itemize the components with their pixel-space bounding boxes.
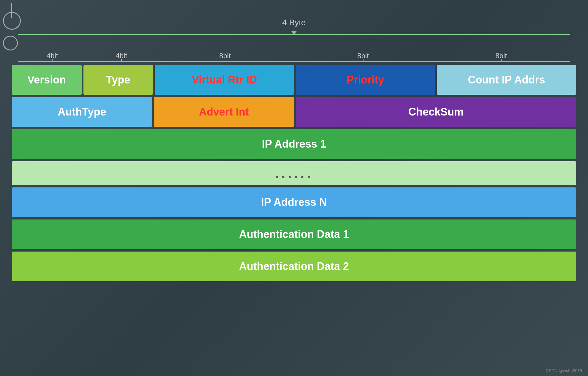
bit-tick-1 bbox=[121, 59, 122, 61]
field-cell-1-2: CheckSum bbox=[296, 97, 576, 127]
field-cell-1-1: Advert Int bbox=[154, 97, 294, 127]
field-row-1: AuthTypeAdvert IntCheckSum bbox=[12, 97, 576, 127]
field-row-6: Authentication Data 2 bbox=[12, 252, 576, 281]
bit-tick-4 bbox=[501, 59, 502, 61]
bit-label-0: 4bit bbox=[18, 43, 87, 61]
bit-label-2: 8bit bbox=[156, 43, 294, 61]
bit-tick-3 bbox=[363, 59, 363, 61]
bit-tick-2 bbox=[225, 59, 225, 61]
field-row-2: IP Address 1 bbox=[12, 129, 576, 159]
field-cell-3-0: ...... bbox=[12, 161, 576, 185]
bit-label-4: 8bit bbox=[432, 43, 570, 61]
bit-tick-0 bbox=[52, 59, 53, 61]
field-cell-0-4: Count IP Addrs bbox=[437, 65, 576, 95]
field-cell-5-0: Authentication Data 1 bbox=[12, 219, 576, 249]
brace-svg bbox=[18, 29, 570, 43]
rows-container: VersionTypeVirtual Rtr IDPriorityCount I… bbox=[12, 65, 576, 281]
field-row-5: Authentication Data 1 bbox=[12, 219, 576, 249]
field-cell-0-0: Version bbox=[12, 65, 82, 95]
main-container: 4 Byte 4bit4bit8bit8bit8bit VersionTypeV… bbox=[12, 18, 576, 364]
field-row-0: VersionTypeVirtual Rtr IDPriorityCount I… bbox=[12, 65, 576, 95]
green-divider bbox=[18, 61, 570, 62]
bit-label-3: 8bit bbox=[294, 43, 432, 61]
field-cell-4-0: IP Address N bbox=[12, 187, 576, 217]
four-byte-header: 4 Byte bbox=[12, 18, 576, 43]
field-cell-6-0: Authentication Data 2 bbox=[12, 252, 576, 281]
field-cell-0-2: Virtual Rtr ID bbox=[155, 65, 294, 95]
field-cell-1-0: AuthType bbox=[12, 97, 152, 127]
four-byte-label: 4 Byte bbox=[282, 18, 306, 27]
field-cell-0-3: Priority bbox=[296, 65, 435, 95]
watermark: CSDN @wuba2015 bbox=[546, 368, 582, 373]
field-row-3: ...... bbox=[12, 161, 576, 185]
field-cell-0-1: Type bbox=[83, 65, 153, 95]
bit-label-1: 4bit bbox=[87, 43, 156, 61]
svg-marker-3 bbox=[291, 31, 297, 34]
bit-labels-row: 4bit4bit8bit8bit8bit bbox=[18, 43, 570, 61]
field-cell-2-0: IP Address 1 bbox=[12, 129, 576, 159]
field-row-4: IP Address N bbox=[12, 187, 576, 217]
